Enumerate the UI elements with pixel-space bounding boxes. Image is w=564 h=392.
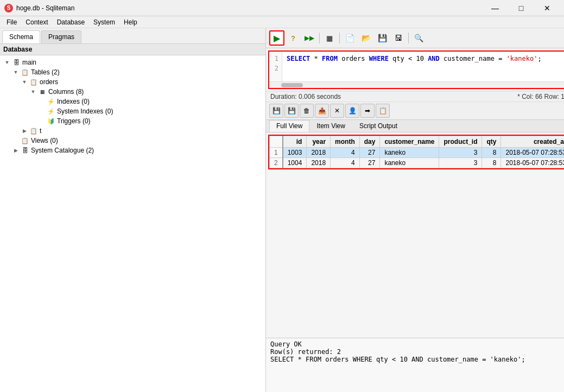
tree-icon-triggers: 🔰 bbox=[47, 117, 55, 125]
tab-item-view[interactable]: Item View bbox=[309, 120, 352, 132]
open-button[interactable]: 📂 bbox=[358, 30, 373, 46]
result-copy-btn[interactable]: 📋 bbox=[376, 104, 390, 118]
row2-year: 2018 bbox=[307, 158, 331, 168]
minimize-button[interactable]: — bbox=[483, 0, 508, 16]
tree-arrow-sysindexes bbox=[39, 108, 45, 115]
table-row[interactable]: 1 1003 2018 4 27 kaneko 3 8 2018-05-07 0… bbox=[270, 148, 565, 158]
main-layout: Schema Pragmas Database ▼ 🗄 main ▼ 📋 Tab… bbox=[0, 28, 564, 392]
sql-toolbar: ▶ ? ▶▶ ▦ 📄 📂 💾 🖫 🔍 bbox=[266, 28, 564, 48]
right-panel: ▶ ? ▶▶ ▦ 📄 📂 💾 🖫 🔍 1 2 SELECT * FROM ord… bbox=[266, 28, 564, 392]
app-icon: S bbox=[4, 4, 13, 12]
sep2 bbox=[339, 33, 340, 43]
tree-label-views: Views (0) bbox=[31, 137, 58, 144]
tree-label-sysindexes: System Indexes (0) bbox=[57, 108, 113, 115]
result-nav-btn[interactable]: ➡ bbox=[360, 104, 375, 118]
save-as-button[interactable]: 🖫 bbox=[391, 30, 406, 46]
col-qty: qty bbox=[482, 136, 501, 148]
close-button[interactable]: ✕ bbox=[535, 0, 560, 16]
tree-icon-main: 🗄 bbox=[12, 58, 21, 67]
tab-pragmas[interactable]: Pragmas bbox=[41, 30, 81, 43]
row2-day: 27 bbox=[359, 158, 380, 168]
run-button[interactable]: ▶ bbox=[269, 30, 284, 46]
left-panel: Schema Pragmas Database ▼ 🗄 main ▼ 📋 Tab… bbox=[0, 28, 266, 392]
title-bar-left: S hoge.db - Sqliteman bbox=[4, 4, 74, 12]
tree-arrow-triggers bbox=[39, 118, 45, 124]
tree-arrow-views bbox=[12, 137, 19, 144]
tree-item-views[interactable]: 📋 Views (0) bbox=[2, 136, 263, 146]
tree-item-syscat[interactable]: ▶ 🗄 System Catalogue (2) bbox=[2, 146, 263, 155]
col-created: created_at bbox=[501, 136, 564, 148]
tree-item-indexes[interactable]: ⚡ Indexes (0) bbox=[2, 97, 263, 106]
result-table-wrap: id year month day customer_name product_… bbox=[268, 135, 564, 169]
tree-arrow-columns: ▼ bbox=[30, 88, 36, 95]
col-id: id bbox=[283, 136, 307, 148]
sep1 bbox=[319, 33, 320, 43]
tree-item-triggers[interactable]: 🔰 Triggers (0) bbox=[2, 116, 263, 126]
tree-item-tables[interactable]: ▼ 📋 Tables (2) bbox=[2, 67, 263, 77]
save-button[interactable]: 💾 bbox=[375, 30, 390, 46]
menu-bar: File Context Database System Help bbox=[0, 16, 564, 28]
tree-label-syscat: System Catalogue (2) bbox=[31, 147, 94, 154]
result-empty-space bbox=[266, 187, 564, 338]
result-delete-btn[interactable]: 🗑 bbox=[300, 104, 314, 118]
result-tabs: Full View Item View Script Output bbox=[266, 120, 564, 132]
sql-editor[interactable]: 1 2 SELECT * FROM orders WHERE qty < 10 … bbox=[268, 50, 564, 89]
tab-script-output[interactable]: Script Output bbox=[352, 120, 404, 132]
output-line-3: SELECT * FROM orders WHERE qty < 10 AND … bbox=[270, 356, 564, 363]
menu-database[interactable]: Database bbox=[53, 17, 89, 27]
row2-product: 3 bbox=[439, 158, 482, 168]
window-title: hoge.db - Sqliteman bbox=[16, 4, 74, 12]
output-line-2: Row(s) returned: 2 bbox=[270, 348, 564, 356]
result-save-btn[interactable]: 💾 bbox=[269, 104, 283, 118]
tree-item-main[interactable]: ▼ 🗄 main bbox=[2, 58, 263, 67]
sql-content[interactable]: SELECT * FROM orders WHERE qty < 10 AND … bbox=[282, 52, 564, 81]
tree-icon-indexes: ⚡ bbox=[47, 97, 55, 106]
row2-qty: 8 bbox=[482, 158, 501, 168]
row2-customer: kaneko bbox=[380, 158, 439, 168]
tree-icon-t: 📋 bbox=[29, 127, 38, 135]
h-scroll-thumb bbox=[281, 83, 303, 87]
table-row[interactable]: 2 1004 2018 4 27 kaneko 3 8 2018-05-07 0… bbox=[270, 158, 565, 168]
result-save2-btn[interactable]: 💾 bbox=[284, 104, 299, 118]
maximize-button[interactable]: □ bbox=[509, 0, 534, 16]
result-user-btn[interactable]: 👤 bbox=[345, 104, 359, 118]
menu-file[interactable]: File bbox=[2, 17, 21, 27]
tree-icon-views: 📋 bbox=[21, 136, 29, 145]
tree-item-sysindexes[interactable]: ⚡ System Indexes (0) bbox=[2, 106, 263, 116]
row1-day: 27 bbox=[359, 148, 380, 158]
sep3 bbox=[408, 33, 409, 43]
title-bar: S hoge.db - Sqliteman — □ ✕ bbox=[0, 0, 564, 16]
col-year: year bbox=[307, 136, 331, 148]
editor-scrollbar[interactable] bbox=[269, 81, 564, 88]
tree-label-indexes: Indexes (0) bbox=[57, 98, 90, 105]
tree-item-columns[interactable]: ▼ ▦ Columns (8) bbox=[2, 87, 263, 97]
menu-context[interactable]: Context bbox=[21, 17, 52, 27]
menu-system[interactable]: System bbox=[89, 17, 119, 27]
tree-label-t: t bbox=[40, 127, 41, 135]
output-line-1: Query OK bbox=[270, 340, 564, 348]
result-toolbar: 💾 💾 🗑 📤 ✕ 👤 ➡ 📋 bbox=[266, 102, 564, 120]
tree-panel: ▼ 🗄 main ▼ 📋 Tables (2) ▼ 📋 orders ▼ ▦ C bbox=[0, 55, 265, 392]
col-product: product_id bbox=[439, 136, 482, 148]
run-script-button[interactable]: ▶▶ bbox=[302, 30, 317, 46]
tab-schema[interactable]: Schema bbox=[2, 30, 40, 43]
explain-button[interactable]: ? bbox=[286, 30, 301, 46]
row2-month: 4 bbox=[331, 158, 360, 168]
table-button[interactable]: ▦ bbox=[322, 30, 337, 46]
menu-help[interactable]: Help bbox=[119, 17, 142, 27]
tab-full-view[interactable]: Full View bbox=[269, 120, 309, 132]
line-numbers: 1 2 bbox=[269, 52, 282, 81]
tree-label-tables: Tables (2) bbox=[31, 68, 60, 76]
result-export-btn[interactable]: 📤 bbox=[315, 104, 329, 118]
db-header: Database bbox=[0, 44, 265, 55]
search-button[interactable]: 🔍 bbox=[411, 30, 426, 46]
row2-id: 1004 bbox=[283, 158, 307, 168]
new-button[interactable]: 📄 bbox=[342, 30, 357, 46]
result-close-btn[interactable]: ✕ bbox=[330, 104, 344, 118]
tree-arrow-main: ▼ bbox=[4, 59, 10, 66]
row2-num: 2 bbox=[270, 158, 283, 168]
tree-label-main: main bbox=[22, 59, 36, 66]
tree-item-orders[interactable]: ▼ 📋 orders bbox=[2, 77, 263, 87]
duration-text: Duration: 0.006 seconds bbox=[270, 93, 341, 100]
tree-item-t[interactable]: ▶ 📋 t bbox=[2, 126, 263, 136]
